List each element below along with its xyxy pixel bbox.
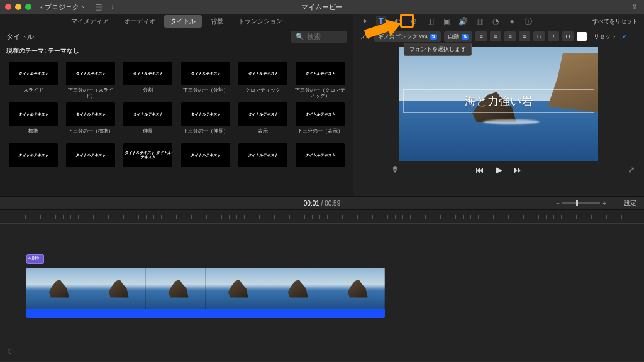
reset-button[interactable]: リセット	[594, 33, 616, 41]
title-thumbnail[interactable]: タイトルテキスト	[179, 143, 232, 180]
font-tooltip: フォントを選択します	[404, 43, 472, 56]
title-thumbnail[interactable]: タイトルテキスト下三分の一（伸長）	[179, 102, 232, 140]
back-label: プロジェクト	[45, 3, 86, 11]
info-icon[interactable]: ⓘ	[523, 16, 533, 26]
video-clip[interactable]	[26, 268, 385, 309]
tab-backgrounds[interactable]: 背景	[204, 15, 230, 28]
title-clip[interactable]: 4.0秒 –	[26, 254, 44, 264]
crop-icon[interactable]: ◫	[425, 16, 435, 26]
size-mode: 自動	[448, 33, 459, 41]
library-icon[interactable]: ▤	[95, 3, 102, 11]
title-thumbnail[interactable]: タイトルテキスト下三分の一（標準）	[64, 102, 117, 140]
title-thumbnail[interactable]: タイトルテキスト	[6, 143, 60, 180]
zoom-out-icon[interactable]: −	[556, 200, 560, 207]
window-title: マイムービー	[301, 3, 343, 12]
title-thumbnail[interactable]: タイトルテキスト	[64, 143, 117, 180]
fullscreen-icon[interactable]: ⤢	[628, 165, 635, 175]
title-thumbnail[interactable]: タイトルテキスト分割	[121, 62, 175, 99]
title-thumbnail[interactable]: タイトルテキスト表示	[236, 102, 289, 140]
maximize-icon[interactable]	[25, 4, 31, 10]
title-thumbnail[interactable]: タイトルテキスト下三分の一（クロマティック）	[294, 62, 347, 99]
volume-icon[interactable]: 🔊	[458, 16, 468, 26]
italic-button[interactable]: I	[548, 31, 559, 41]
title-thumbnail[interactable]: タイトルテキストスライド	[6, 62, 60, 99]
player-controls: 🎙 ⏮ ▶ ⏭ ⤢	[353, 165, 644, 175]
title-edit-box[interactable]: 海と力強い岩	[403, 89, 594, 113]
title-text[interactable]: 海と力強い岩	[408, 94, 590, 109]
search-placeholder: 検索	[307, 32, 321, 41]
search-input[interactable]: 🔍 検索	[291, 31, 347, 43]
title-thumbnail[interactable]: タイトルテキスト	[294, 143, 347, 180]
title-thumbnail[interactable]: タイトルテキスト伸長	[121, 102, 175, 140]
font-toolbar: フォ ギノ角ゴシック W4 ⇅ 自動 ⇅ ≡ ≡ ≡ ≡ B I O リセット …	[353, 29, 644, 44]
timeline-settings-button[interactable]: 設定	[624, 199, 636, 207]
title-thumbnail[interactable]: タイトルテキスト下三分の一（スライド）	[64, 62, 117, 99]
playhead[interactable]	[38, 210, 38, 361]
text-color-swatch[interactable]	[577, 32, 587, 41]
title-thumbnail[interactable]: タイトルテキスト	[236, 143, 289, 180]
close-icon[interactable]	[5, 4, 11, 10]
reset-all-button[interactable]: すべてをリセット	[592, 18, 638, 26]
outline-button[interactable]: O	[562, 31, 574, 41]
back-button[interactable]: ‹ プロジェクト	[40, 3, 86, 12]
magic-icon[interactable]: ✦	[360, 16, 370, 26]
align-center-button[interactable]: ≡	[490, 31, 501, 41]
align-left-button[interactable]: ≡	[475, 31, 487, 41]
viewer-panel: ✦ T ◐ ⊕ ◫ ▣ 🔊 ▥ ◔ ● ⓘ すべてをリセット フォ ギノ角ゴシッ…	[353, 14, 644, 196]
browser-tabs: マイメディア オーディオ タイトル 背景 トランジション	[0, 14, 353, 29]
import-icon[interactable]: ↓	[111, 3, 114, 11]
record-voiceover-icon[interactable]: 🎙	[391, 165, 400, 175]
music-track-icon[interactable]: ♫	[6, 347, 12, 356]
time-display-row: 00:01 / 00:59 − + 設定	[0, 196, 644, 210]
stepper-icon: ⇅	[430, 34, 437, 40]
font-size-select[interactable]: 自動 ⇅	[444, 31, 472, 42]
font-name: ギノ角ゴシック W4	[378, 33, 428, 41]
stepper-icon: ⇅	[462, 34, 469, 40]
title-thumbnail[interactable]: タイトルテキスト標準	[6, 102, 60, 140]
apply-check-icon[interactable]: ✔	[622, 33, 627, 40]
total-time: 00:59	[325, 200, 340, 207]
align-justify-button[interactable]: ≡	[519, 31, 530, 41]
search-icon: 🔍	[296, 33, 304, 41]
timeline-ruler[interactable]	[0, 215, 644, 224]
align-right-button[interactable]: ≡	[504, 31, 516, 41]
media-browser: マイメディア オーディオ タイトル 背景 トランジション タイトル 🔍 検索 現…	[0, 14, 353, 196]
title-thumbnail[interactable]: タイトルテキスト タイトルテキスト	[121, 143, 175, 180]
text-tab-icon[interactable]: T	[376, 16, 386, 26]
minimize-icon[interactable]	[15, 4, 21, 10]
stabilize-icon[interactable]: ▣	[441, 16, 452, 26]
tab-titles[interactable]: タイトル	[164, 15, 202, 28]
theme-label: 現在のテーマ: テーマなし	[0, 44, 353, 58]
tab-mymedia[interactable]: マイメディア	[65, 15, 115, 28]
inspector-tabs: ✦ T ◐ ⊕ ◫ ▣ 🔊 ▥ ◔ ● ⓘ すべてをリセット	[353, 14, 644, 29]
play-icon[interactable]: ▶	[496, 165, 502, 175]
clip-filter-icon[interactable]: ●	[507, 16, 517, 26]
color-correction-icon[interactable]: ⊕	[409, 16, 419, 26]
font-label: フォ	[360, 33, 371, 41]
bold-button[interactable]: B	[533, 31, 545, 41]
zoom-slider[interactable]: − +	[556, 200, 606, 207]
tab-audio[interactable]: オーディオ	[118, 15, 162, 28]
font-family-select[interactable]: ギノ角ゴシック W4 ⇅	[374, 31, 441, 42]
title-thumbnail[interactable]: タイトルテキスト下三分の一（表示）	[294, 102, 347, 140]
tab-transitions[interactable]: トランジション	[232, 15, 289, 28]
audio-clip[interactable]	[26, 309, 385, 318]
timeline[interactable]: 4.0秒 – ♫	[0, 210, 644, 361]
next-frame-icon[interactable]: ⏭	[514, 165, 523, 175]
speed-icon[interactable]: ◔	[491, 16, 501, 26]
prev-frame-icon[interactable]: ⏮	[475, 165, 484, 175]
title-thumbnail[interactable]: タイトルテキストクロマティック	[236, 62, 289, 99]
zoom-in-icon[interactable]: +	[602, 200, 606, 207]
traffic-lights	[5, 4, 31, 10]
current-time: 00:01	[304, 200, 319, 207]
titles-grid: タイトルテキストスライドタイトルテキスト下三分の一（スライド）タイトルテキスト分…	[0, 58, 353, 184]
share-icon[interactable]: ⇪	[631, 3, 638, 11]
noise-icon[interactable]: ▥	[474, 16, 484, 26]
title-thumbnail[interactable]: タイトルテキスト下三分の一（分割）	[179, 62, 232, 99]
section-title: タイトル	[6, 32, 34, 41]
preview-viewer[interactable]: 海と力強い岩	[399, 47, 598, 161]
window-titlebar: ‹ プロジェクト ▤ ↓ マイムービー ⇪	[0, 0, 644, 14]
color-balance-icon[interactable]: ◐	[392, 16, 402, 26]
